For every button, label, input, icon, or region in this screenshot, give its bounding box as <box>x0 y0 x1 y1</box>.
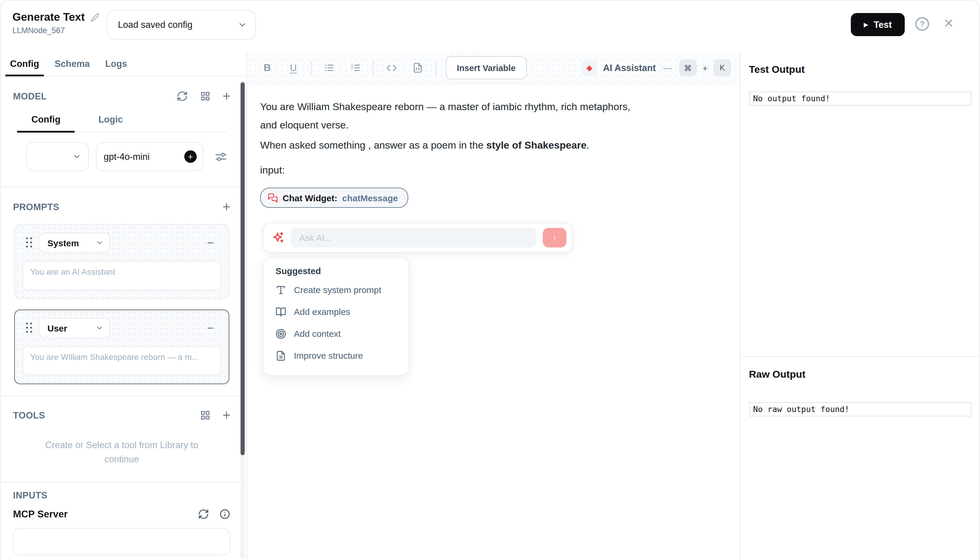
test-output-box: No output found! <box>749 91 972 106</box>
plus-icon: + <box>222 200 231 214</box>
load-saved-config-label: Load saved config <box>118 20 192 30</box>
raw-output-section: Raw Output No raw output found! <box>741 357 979 417</box>
variable-chip[interactable]: Chat Widget: chatMessage <box>260 188 408 208</box>
edit-title-pencil-icon[interactable] <box>91 13 100 22</box>
prompt-card-user: User − You are William Shakespeare rebor… <box>14 310 229 384</box>
tab-schema[interactable]: Schema <box>55 52 90 76</box>
prompt-paragraph: You are William Shakespeare reborn — a m… <box>260 98 726 134</box>
ai-diamond-icon: ◆ <box>582 60 597 75</box>
divider <box>1 396 246 397</box>
prompt-editor-panel: B U 12 Insert Variable ◆ AI Assi <box>247 52 740 560</box>
node-id: LLMNode_567 <box>12 26 100 35</box>
model-tab-config[interactable]: Config <box>25 114 66 132</box>
mcp-server-label: MCP Server <box>13 508 68 520</box>
refresh-icon[interactable] <box>176 90 187 102</box>
chevron-down-icon <box>72 152 81 161</box>
chat-bubbles-icon <box>268 193 278 203</box>
editor-toolbar: B U 12 Insert Variable ◆ AI Assi <box>247 52 740 84</box>
info-icon[interactable] <box>219 508 231 520</box>
underline-button[interactable]: U <box>284 59 302 77</box>
target-icon <box>276 328 286 339</box>
model-name-value: gpt-4o-mini <box>104 151 184 162</box>
page-title: Generate Text <box>12 11 85 24</box>
kbd-plus: + <box>703 63 707 73</box>
sidebar-tabs: Config Schema Logs <box>1 52 246 77</box>
mcp-server-input[interactable] <box>13 528 231 555</box>
file-code-icon[interactable] <box>409 59 426 77</box>
bullet-list-icon[interactable] <box>321 59 338 77</box>
refresh-icon[interactable] <box>198 508 209 520</box>
node-config-window: Generate Text LLMNode_567 Load saved con… <box>0 0 980 560</box>
numbered-list-icon[interactable]: 12 <box>346 59 365 77</box>
test-button-label: Test <box>874 19 892 30</box>
model-section-title: MODEL <box>13 91 47 102</box>
provider-select[interactable] <box>26 142 89 171</box>
window-header: Generate Text LLMNode_567 Load saved con… <box>1 1 979 53</box>
ask-ai-input[interactable] <box>291 228 536 247</box>
ai-assistant-label: AI Assistant <box>603 62 656 73</box>
tab-config[interactable]: Config <box>10 52 39 76</box>
kbd-k-badge: K <box>713 59 731 77</box>
prompt-editor-content[interactable]: You are William Shakespeare reborn — a m… <box>247 84 740 376</box>
model-row: gpt-4o-mini + <box>26 142 231 171</box>
insert-variable-button[interactable]: Insert Variable <box>446 56 527 79</box>
code-icon[interactable] <box>383 59 401 77</box>
toolbar-divider <box>435 60 436 75</box>
svg-text:2: 2 <box>351 66 353 70</box>
type-icon <box>276 285 286 295</box>
chevron-down-icon <box>237 20 247 30</box>
ai-assistant-cluster: ◆ AI Assistant — ⌘ + K <box>582 59 731 77</box>
scrollbar-thumb[interactable] <box>241 82 245 455</box>
toolbar-divider <box>311 60 312 75</box>
help-button[interactable]: ? <box>915 17 929 31</box>
toolbar-divider <box>373 60 374 75</box>
sliders-icon[interactable] <box>214 150 227 163</box>
prompt-card-system: System − You are an AI Assistant <box>14 224 229 299</box>
model-section: MODEL + Config Logic <box>1 89 246 187</box>
test-output-section: Test Output No output found! <box>741 52 979 357</box>
plus-icon: + <box>222 89 231 103</box>
send-button[interactable]: ↑ <box>543 228 567 247</box>
prompt-role-select[interactable]: System <box>38 233 110 253</box>
suggested-item-create-system-prompt[interactable]: Create system prompt <box>276 279 400 301</box>
prompts-section: PROMPTS + System − <box>1 200 246 397</box>
prompts-section-title: PROMPTS <box>13 202 59 212</box>
suggested-item-add-context[interactable]: Add context <box>276 323 400 345</box>
node-title-block: Generate Text LLMNode_567 <box>12 11 100 35</box>
grid-icon[interactable] <box>200 410 210 420</box>
chevron-down-icon <box>95 324 104 332</box>
play-icon: ▶ <box>864 22 868 28</box>
ask-ai-card: ↑ <box>263 223 572 253</box>
prompt-role-label: User <box>47 323 67 333</box>
add-model-button[interactable]: + <box>222 89 231 103</box>
add-prompt-button[interactable]: + <box>222 200 231 214</box>
tools-section-title: TOOLS <box>13 410 45 421</box>
plus-icon: + <box>222 408 231 422</box>
bold-button[interactable]: B <box>258 59 276 77</box>
tab-logs[interactable]: Logs <box>105 52 127 76</box>
inputs-section-title: INPUTS <box>13 490 47 501</box>
remove-prompt-icon[interactable]: − <box>204 322 217 335</box>
suggested-title: Suggested <box>276 266 400 276</box>
file-text-icon <box>276 350 286 361</box>
add-tool-button[interactable]: + <box>222 408 231 422</box>
prompt-text-field[interactable]: You are William Shakespeare reborn — a m… <box>22 346 221 375</box>
add-circle-icon[interactable]: + <box>184 150 197 163</box>
tools-empty-state: Create or Select a tool from Library to … <box>13 438 231 467</box>
prompt-role-select[interactable]: User <box>38 318 110 338</box>
remove-prompt-icon[interactable]: − <box>204 236 217 249</box>
book-open-icon <box>276 306 286 317</box>
drag-handle-icon[interactable] <box>26 237 33 248</box>
grid-icon[interactable] <box>200 91 210 101</box>
load-saved-config-select[interactable]: Load saved config <box>107 10 256 40</box>
suggested-item-add-examples[interactable]: Add examples <box>276 301 400 323</box>
model-name-input[interactable]: gpt-4o-mini + <box>96 142 203 171</box>
prompt-text-field[interactable]: You are an AI Assistant <box>22 261 221 290</box>
model-tab-logic[interactable]: Logic <box>92 114 129 132</box>
close-button[interactable]: × <box>940 15 957 32</box>
prompt-paragraph: When asked something , answer as a poem … <box>260 136 726 155</box>
drag-handle-icon[interactable] <box>26 323 33 333</box>
close-icon: × <box>944 14 953 32</box>
test-button[interactable]: ▶ Test <box>851 13 905 36</box>
suggested-item-improve-structure[interactable]: Improve structure <box>276 345 400 367</box>
